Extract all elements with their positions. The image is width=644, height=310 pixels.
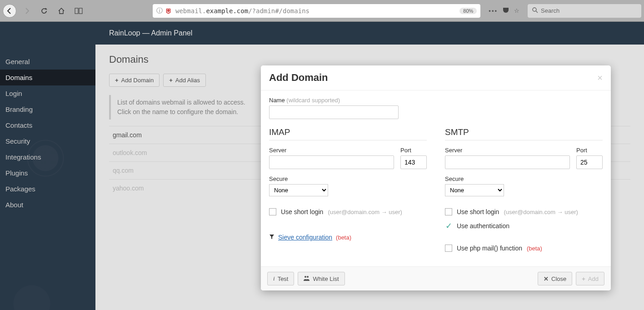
- imap-short-login-checkbox[interactable]: [269, 208, 276, 215]
- reload-button[interactable]: [37, 4, 51, 18]
- smtp-port-input[interactable]: [576, 155, 603, 169]
- star-icon[interactable]: ☆: [514, 7, 519, 14]
- smtp-short-login-label: Use short login: [457, 208, 499, 215]
- imap-port-input[interactable]: [400, 155, 427, 169]
- search-placeholder: Search: [541, 7, 559, 14]
- smtp-auth-checkbox[interactable]: ✓: [445, 221, 452, 231]
- close-label: Close: [551, 275, 566, 282]
- smtp-phpmail-label: Use php mail() function: [457, 245, 522, 252]
- modal-title: Add Domain: [269, 72, 328, 84]
- imap-server-input[interactable]: [269, 155, 394, 169]
- filter-icon: [269, 234, 275, 241]
- smtp-column: SMTP Server Port Secure None: [445, 127, 603, 257]
- test-button[interactable]: iTest: [267, 272, 294, 285]
- addr-actions: ••• ☆: [484, 6, 524, 15]
- add-label: Add: [588, 275, 599, 282]
- reader-button[interactable]: [72, 4, 85, 18]
- address-bar[interactable]: ⓘ ⛨ webmail.example.com/?admin#/domains …: [153, 4, 480, 18]
- imap-heading: IMAP: [269, 127, 427, 140]
- test-label: Test: [278, 275, 289, 282]
- browser-toolbar: ⓘ ⛨ webmail.example.com/?admin#/domains …: [0, 0, 644, 22]
- sieve-config-link[interactable]: Sieve configuration: [278, 234, 332, 241]
- imap-secure-label: Secure: [269, 175, 427, 182]
- imap-port-label: Port: [400, 147, 427, 154]
- imap-secure-select[interactable]: None: [269, 184, 328, 196]
- name-label-text: Name: [269, 97, 285, 104]
- imap-server-label: Server: [269, 147, 394, 154]
- svg-point-2: [533, 8, 536, 11]
- forward-button[interactable]: [20, 4, 34, 18]
- home-button[interactable]: [55, 4, 68, 18]
- users-icon: [304, 275, 310, 282]
- svg-point-4: [305, 276, 306, 278]
- svg-rect-0: [75, 8, 78, 14]
- imap-short-login-hint: (user@domain.com → user): [328, 209, 402, 215]
- close-button[interactable]: ✕Close: [538, 272, 572, 285]
- imap-column: IMAP Server Port Secure None: [269, 127, 427, 257]
- name-hint: (wildcard supported): [286, 97, 340, 104]
- smtp-short-login-hint: (user@domain.com → user): [504, 209, 578, 215]
- url-host: example.com: [206, 7, 248, 15]
- name-label: Name (wildcard supported): [269, 97, 603, 104]
- smtp-phpmail-beta: (beta): [527, 245, 542, 252]
- info-icon: ⓘ: [156, 7, 163, 15]
- whitelist-label: White List: [313, 275, 339, 282]
- more-icon[interactable]: •••: [489, 7, 498, 14]
- add-button[interactable]: +Add: [576, 272, 604, 285]
- smtp-server-input[interactable]: [445, 155, 570, 169]
- smtp-secure-label: Secure: [445, 175, 603, 182]
- x-icon: ✕: [544, 275, 549, 282]
- plus-icon: +: [582, 275, 585, 282]
- close-icon[interactable]: ×: [597, 73, 603, 83]
- smtp-secure-select[interactable]: None: [445, 184, 504, 196]
- zoom-badge[interactable]: 80%: [459, 8, 477, 14]
- smtp-heading: SMTP: [445, 127, 603, 140]
- svg-line-3: [536, 11, 538, 13]
- info-icon: i: [273, 275, 275, 282]
- shield-icon: ⛨: [165, 7, 172, 15]
- url-path: /?admin#/domains: [248, 7, 310, 15]
- imap-short-login-label: Use short login: [281, 208, 323, 215]
- smtp-auth-label: Use authentication: [457, 222, 509, 230]
- domain-name-input[interactable]: [269, 105, 399, 119]
- url-pre: webmail.: [175, 7, 206, 15]
- whitelist-button[interactable]: White List: [298, 272, 344, 285]
- back-button[interactable]: [3, 4, 16, 18]
- sieve-beta: (beta): [336, 234, 351, 241]
- svg-point-5: [307, 276, 309, 278]
- smtp-server-label: Server: [445, 147, 570, 154]
- search-icon: [532, 7, 538, 15]
- pocket-icon[interactable]: [502, 6, 509, 15]
- search-box[interactable]: Search: [528, 4, 641, 18]
- svg-rect-1: [79, 8, 82, 14]
- smtp-phpmail-checkbox[interactable]: [445, 245, 452, 252]
- smtp-port-label: Port: [576, 147, 603, 154]
- add-domain-modal: Add Domain × Name (wildcard supported) I…: [261, 65, 611, 290]
- smtp-short-login-checkbox[interactable]: [445, 208, 452, 215]
